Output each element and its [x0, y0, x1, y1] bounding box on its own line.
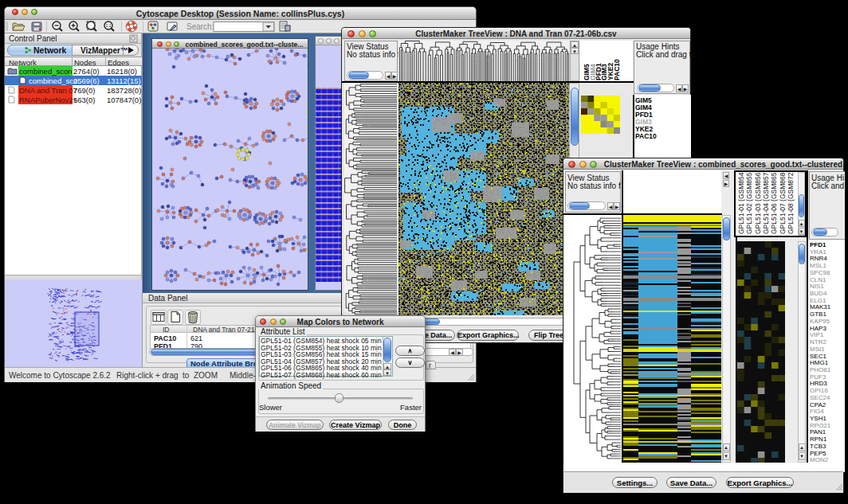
svg-text:1:1: 1:1 — [106, 23, 112, 28]
svg-text:Search:: Search: — [186, 22, 214, 31]
